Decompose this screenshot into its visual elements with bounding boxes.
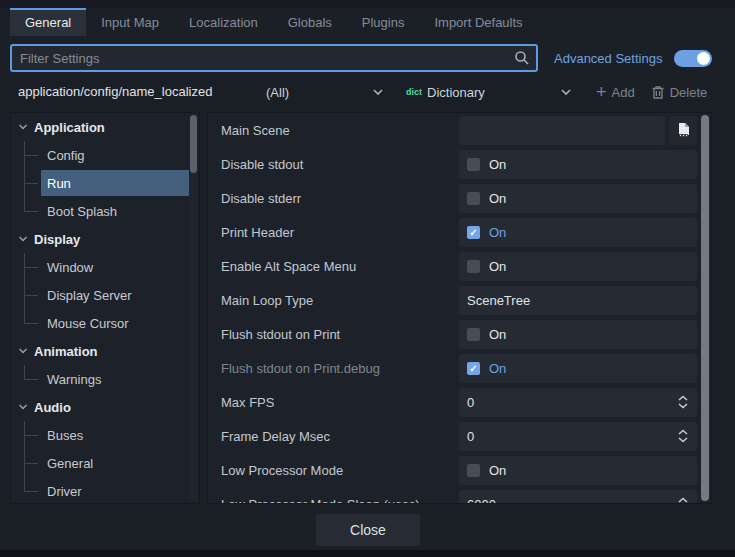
sidebar-item-label: Buses — [47, 428, 83, 443]
checkbox-cell: On — [459, 456, 697, 485]
sidebar-item-display-server[interactable]: Display Server — [11, 281, 199, 309]
setting-label: Main Scene — [221, 123, 459, 138]
spin-arrows-icon[interactable] — [676, 496, 690, 505]
checkbox-unchecked[interactable] — [467, 158, 480, 171]
sidebar-item-label: Display — [34, 232, 80, 247]
tab-input-map[interactable]: Input Map — [86, 8, 174, 36]
checkbox-cell: On — [459, 150, 697, 179]
add-button[interactable]: + Add — [596, 84, 635, 100]
setting-value: 0 — [459, 388, 697, 417]
settings-content: ApplicationConfigRunBoot SplashDisplayWi… — [10, 112, 712, 504]
sidebar-item-boot-splash[interactable]: Boot Splash — [11, 197, 199, 225]
chevron-down-icon — [560, 86, 572, 98]
setting-label: Flush stdout on Print.debug — [221, 361, 459, 376]
sidebar-item-label: Config — [47, 148, 85, 163]
setting-row-print-header: Print Header✓On — [208, 215, 711, 249]
sidebar-item-run[interactable]: Run — [11, 169, 199, 197]
feature-filter-dropdown[interactable]: (All) — [258, 78, 392, 106]
property-path-input[interactable]: application/config/name_localized — [10, 78, 252, 106]
checkbox-unchecked[interactable] — [467, 192, 480, 205]
setting-row-main-scene: Main Scene — [208, 113, 711, 147]
type-dropdown[interactable]: dict Dictionary — [398, 78, 580, 106]
advanced-settings-toggle[interactable] — [674, 50, 712, 67]
sidebar-item-label: Driver — [47, 484, 82, 499]
delete-button-label: Delete — [670, 85, 708, 100]
sidebar-item-application[interactable]: Application — [11, 113, 199, 141]
checkbox-cell: On — [459, 320, 697, 349]
setting-row-low-processor-mode: Low Processor ModeOn — [208, 453, 711, 487]
tab-plugins[interactable]: Plugins — [347, 8, 420, 36]
checkbox-checked[interactable]: ✓ — [467, 226, 480, 239]
on-label: On — [489, 327, 506, 342]
settings-scrollbar[interactable] — [701, 115, 709, 501]
sidebar-item-audio[interactable]: Audio — [11, 393, 199, 421]
feature-filter-value: (All) — [266, 85, 372, 100]
sidebar-item-window[interactable]: Window — [11, 253, 199, 281]
setting-value: SceneTree — [459, 286, 697, 315]
tab-localization[interactable]: Localization — [174, 8, 273, 36]
setting-value: On — [459, 150, 697, 179]
setting-row-max-fps: Max FPS0 — [208, 385, 711, 419]
plus-icon: + — [596, 84, 607, 100]
setting-value: ✓On — [459, 218, 697, 247]
add-button-label: Add — [612, 85, 635, 100]
setting-label: Print Header — [221, 225, 459, 240]
checkbox-cell: On — [459, 252, 697, 281]
trash-icon — [651, 85, 665, 100]
sidebar-item-animation[interactable]: Animation — [11, 337, 199, 365]
sidebar-item-label: Application — [34, 120, 105, 135]
sidebar-item-label: Warnings — [47, 372, 101, 387]
text-field[interactable]: SceneTree — [459, 286, 697, 315]
on-label: On — [489, 259, 506, 274]
sidebar-scrollbar-thumb[interactable] — [190, 115, 197, 173]
setting-row-disable-stdout: Disable stdoutOn — [208, 147, 711, 181]
sidebar-item-config[interactable]: Config — [11, 141, 199, 169]
on-label: On — [489, 463, 506, 478]
file-path-field[interactable] — [459, 116, 665, 145]
sidebar-item-label: Mouse Cursor — [47, 316, 129, 331]
setting-value: On — [459, 184, 697, 213]
sidebar-item-display[interactable]: Display — [11, 225, 199, 253]
sidebar-item-general[interactable]: General — [11, 449, 199, 477]
chevron-down-icon — [372, 86, 384, 98]
chevron-down-icon — [17, 121, 29, 133]
tab-general[interactable]: General — [10, 8, 86, 36]
spin-field[interactable]: 0 — [459, 388, 697, 417]
filter-row: Advanced Settings — [10, 44, 718, 72]
checkbox-unchecked[interactable] — [467, 464, 480, 477]
sidebar-scrollbar[interactable] — [190, 115, 197, 501]
setting-label: Frame Delay Msec — [221, 429, 459, 444]
sidebar-item-buses[interactable]: Buses — [11, 421, 199, 449]
spin-field[interactable]: 0 — [459, 422, 697, 451]
settings-scrollbar-thumb[interactable] — [701, 115, 709, 501]
spin-arrows-icon[interactable] — [676, 394, 690, 410]
advanced-settings-label: Advanced Settings — [554, 51, 662, 66]
spin-field[interactable]: 6000 — [459, 490, 697, 505]
spin-arrows-icon[interactable] — [676, 428, 690, 444]
sidebar-item-driver[interactable]: Driver — [11, 477, 199, 504]
checkbox-unchecked[interactable] — [467, 328, 480, 341]
tab-import-defaults[interactable]: Import Defaults — [419, 8, 537, 36]
close-button[interactable]: Close — [316, 514, 420, 546]
file-icon — [676, 122, 691, 138]
checkbox-unchecked[interactable] — [467, 260, 480, 273]
sidebar-item-warnings[interactable]: Warnings — [11, 365, 199, 393]
sidebar-item-label: Run — [47, 176, 71, 191]
setting-label: Disable stdout — [221, 157, 459, 172]
setting-label: Main Loop Type — [221, 293, 459, 308]
delete-button[interactable]: Delete — [651, 85, 708, 100]
chevron-down-icon — [17, 345, 29, 357]
filter-settings-input[interactable] — [10, 44, 538, 72]
filter-settings-box — [10, 44, 538, 72]
property-bar: application/config/name_localized (All) … — [10, 78, 718, 106]
file-dialog-button[interactable] — [669, 116, 697, 145]
checkbox-checked[interactable]: ✓ — [467, 362, 480, 375]
sidebar-item-label: General — [47, 456, 93, 471]
setting-label: Enable Alt Space Menu — [221, 259, 459, 274]
setting-row-frame-delay-msec: Frame Delay Msec0 — [208, 419, 711, 453]
sidebar-item-mouse-cursor[interactable]: Mouse Cursor — [11, 309, 199, 337]
on-label: On — [489, 191, 506, 206]
tab-globals[interactable]: Globals — [273, 8, 347, 36]
search-icon — [514, 50, 530, 66]
setting-value: On — [459, 320, 697, 349]
